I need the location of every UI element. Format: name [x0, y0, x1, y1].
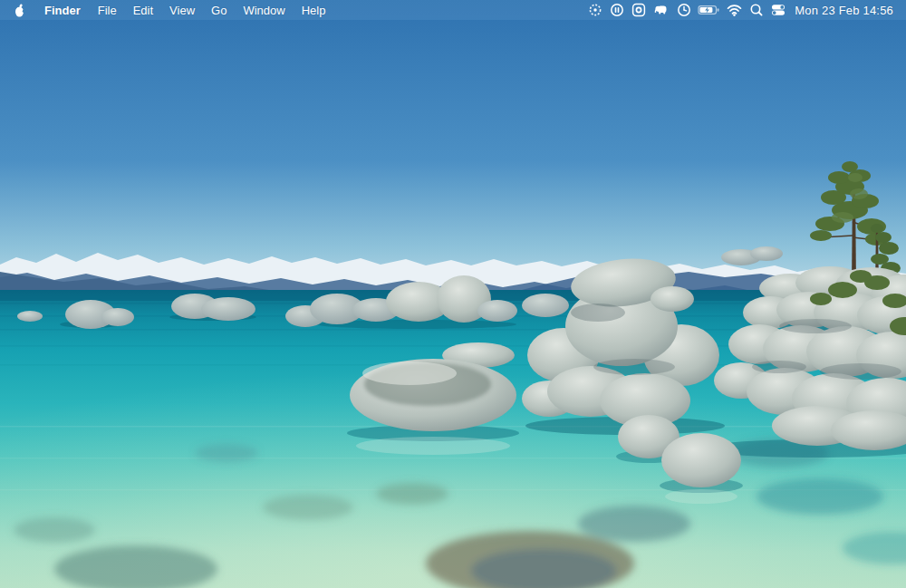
menu-edit[interactable]: Edit [125, 0, 161, 20]
menu-go[interactable]: Go [203, 0, 235, 20]
status-elephant[interactable] [650, 0, 673, 20]
apple-logo-icon [13, 3, 26, 18]
desktop-wallpaper[interactable] [0, 0, 906, 588]
wifi-icon [726, 2, 743, 18]
apple-menu[interactable] [0, 0, 35, 20]
menu-help[interactable]: Help [294, 0, 334, 20]
pause-circle-icon [609, 2, 625, 18]
status-battery[interactable] [695, 0, 723, 20]
menu-view[interactable]: View [161, 0, 203, 20]
status-control-center[interactable] [767, 0, 789, 20]
status-wifi[interactable] [723, 0, 746, 20]
wallpaper-scene [0, 0, 906, 588]
status-pause[interactable] [606, 0, 628, 20]
lens-squircle-icon [631, 2, 647, 18]
status-gear-dial[interactable] [584, 0, 606, 20]
menu-bar-left: Finder File Edit View Go Window Help [0, 0, 333, 20]
elephant-icon [652, 2, 670, 18]
control-center-icon [770, 2, 786, 18]
status-spotlight[interactable] [746, 0, 767, 20]
gear-dial-icon [587, 2, 603, 18]
time-machine-icon [676, 2, 692, 18]
menu-bar: Finder File Edit View Go Window Help [0, 0, 906, 20]
menu-bar-status: Mon 23 Feb 14:56 [584, 0, 906, 20]
spotlight-search-icon [748, 2, 765, 18]
status-lens[interactable] [628, 0, 650, 20]
menu-file[interactable]: File [90, 0, 125, 20]
menu-bar-clock[interactable]: Mon 23 Feb 14:56 [789, 4, 901, 17]
battery-charging-icon [698, 2, 720, 18]
app-menu-finder[interactable]: Finder [35, 0, 90, 20]
status-time-machine[interactable] [673, 0, 695, 20]
menu-window[interactable]: Window [235, 0, 293, 20]
